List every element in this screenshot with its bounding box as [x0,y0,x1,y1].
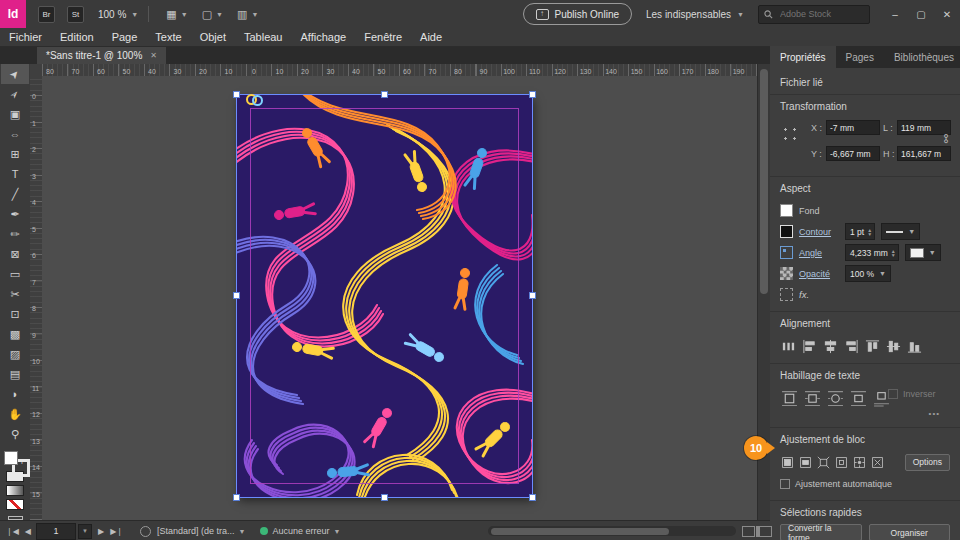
previous-page-button[interactable]: ◀ [25,527,31,536]
convert-shape-button[interactable]: Convertir la forme [780,524,862,540]
fx-button[interactable]: fx. [799,289,809,300]
tab-close-icon[interactable]: ✕ [150,51,157,60]
linked-graphic-badge[interactable] [246,94,262,104]
menu-tableau[interactable]: Tableau [235,28,292,46]
minimize-button[interactable]: – [882,0,908,28]
constrain-proportions-icon[interactable]: ⚯ [939,134,952,143]
distribute-columns-icon[interactable] [780,339,797,354]
window-layout-icon[interactable] [756,526,772,537]
opacity-dropdown[interactable]: 100 % ▼ [845,265,891,282]
chevron-down-icon[interactable]: ▼ [239,528,246,535]
gap-tool[interactable]: ⇔ [1,124,29,144]
pencil-tool[interactable]: ✏ [1,224,29,244]
line-tool[interactable]: ╱ [1,184,29,204]
type-tool[interactable]: T [1,164,29,184]
corner-shape-dropdown[interactable]: ▼ [905,244,941,261]
tab-pages[interactable]: Pages [836,46,884,68]
stepper-arrows-icon[interactable]: ▲▼ [867,228,872,236]
fill-color-swatch[interactable] [780,204,793,217]
tab-proprits[interactable]: Propriétés [770,46,836,68]
fit-content-to-frame-icon[interactable] [834,456,849,469]
wrap-object-icon[interactable] [826,390,845,407]
view-options-dropdown[interactable]: ▦▼ [166,8,187,21]
reference-point-selector[interactable] [780,124,801,145]
selection-tool[interactable]: ➤ [1,64,29,84]
fitting-options-button[interactable]: Options [905,454,950,471]
selection-handle[interactable] [529,91,536,98]
vertical-scrollbar-thumb[interactable] [760,69,768,294]
more-options-icon[interactable]: ••• [929,409,940,418]
content-collector-tool[interactable]: ⊞ [1,144,29,164]
eyedropper-tool[interactable]: ◗ [1,384,29,404]
wrap-jump-icon[interactable] [849,390,868,407]
scissors-tool[interactable]: ✂ [1,284,29,304]
workspace-dropdown[interactable]: Les indispensables ▼ [646,9,744,20]
corner-options-icon[interactable] [780,246,793,259]
fit-frame-to-content-icon[interactable] [816,456,831,469]
adobe-stock-search[interactable] [758,5,870,24]
stock-icon[interactable]: St [67,6,84,23]
fill-stroke-swatches[interactable] [1,448,29,455]
apply-gradient-button[interactable] [6,485,24,496]
arrange-button[interactable]: Organiser [869,524,951,540]
next-page-button[interactable]: ▶ [98,527,104,536]
preflight-profile-label[interactable]: [Standard] (de tra... [157,526,235,536]
menu-fentre[interactable]: Fenêtre [355,28,411,46]
search-input[interactable] [778,8,858,20]
canvas[interactable] [42,76,757,520]
split-view-icon[interactable] [742,526,755,537]
page-number-input[interactable] [36,523,76,540]
autofit-checkbox[interactable] [780,479,790,489]
opacity-link[interactable]: Opacité [799,269,839,279]
document-page[interactable] [237,95,532,497]
align-bottom-icon[interactable] [906,339,923,354]
free-transform-tool[interactable]: ⊡ [1,304,29,324]
note-tool[interactable]: ▤ [1,364,29,384]
apply-none-button[interactable] [6,499,24,510]
align-top-icon[interactable] [864,339,881,354]
menu-page[interactable]: Page [103,28,147,46]
align-left-icon[interactable] [801,339,818,354]
clear-fitting-icon[interactable] [870,456,885,469]
fill-swatch[interactable] [4,451,18,465]
publish-online-button[interactable]: ↑ Publish Online [523,3,632,25]
selection-handle[interactable] [233,292,240,299]
align-center-v-icon[interactable] [885,339,902,354]
align-right-icon[interactable] [843,339,860,354]
preflight-status-label[interactable]: Aucune erreur [273,526,330,536]
menu-aide[interactable]: Aide [411,28,451,46]
zoom-tool[interactable]: ⚲ [1,424,29,444]
selection-handle[interactable] [529,292,536,299]
center-content-icon[interactable] [852,456,867,469]
selection-handle[interactable] [233,494,240,501]
width-input[interactable] [897,120,951,135]
pen-tool[interactable]: ✒ [1,204,29,224]
menu-fichier[interactable]: Fichier [0,28,51,46]
close-button[interactable]: ✕ [934,0,960,28]
invert-checkbox[interactable] [888,389,898,399]
preflight-icon[interactable] [140,526,151,537]
y-input[interactable] [826,146,880,161]
gradient-swatch-tool[interactable]: ▩ [1,324,29,344]
wrap-bounding-icon[interactable] [803,390,822,407]
corner-link[interactable]: Angle [799,248,839,258]
selection-handle[interactable] [529,494,536,501]
arrange-documents-dropdown[interactable]: ▥▼ [237,8,258,21]
tab-bibliothques[interactable]: Bibliothèques [884,46,960,68]
menu-objet[interactable]: Objet [191,28,235,46]
corner-radius-stepper[interactable]: 4,233 mm ▲▼ [845,244,899,261]
selection-handle[interactable] [381,494,388,501]
last-page-button[interactable]: ▶❘ [110,527,123,536]
page-dropdown[interactable]: ▼ [78,524,92,539]
selection-handle[interactable] [381,91,388,98]
chevron-down-icon[interactable]: ▼ [334,528,341,535]
wrap-none-icon[interactable] [780,390,799,407]
document-tab[interactable]: *Sans titre-1 @ 100% ✕ [37,47,166,64]
menu-affichage[interactable]: Affichage [292,28,356,46]
restore-button[interactable]: ▢ [908,0,934,28]
rectangle-tool[interactable]: ▭ [1,264,29,284]
stroke-style-dropdown[interactable]: ▼ [881,223,920,240]
page-tool[interactable]: ▣ [1,104,29,124]
menu-edition[interactable]: Edition [51,28,103,46]
height-input[interactable] [897,146,951,161]
